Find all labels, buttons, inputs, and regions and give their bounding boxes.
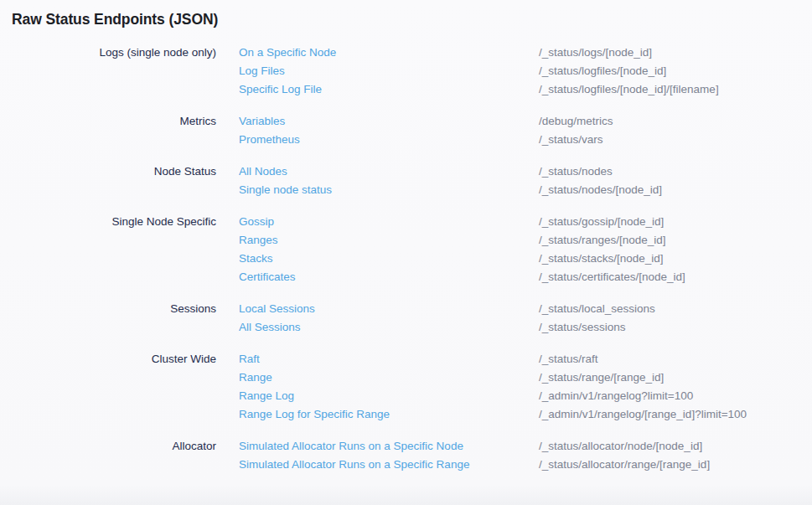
endpoint-path: /_status/logs/[node_id]: [539, 44, 652, 62]
section-rows: Simulated Allocator Runs on a Specific N…: [239, 437, 812, 474]
section-rows: All Nodes/_status/nodesSingle node statu…: [239, 162, 812, 199]
endpoint-path: /_status/nodes/[node_id]: [539, 181, 662, 199]
endpoint-row: Gossip/_status/gossip/[node_id]: [239, 213, 812, 231]
endpoint-link[interactable]: Certificates: [239, 268, 539, 286]
endpoint-path: /_admin/v1/rangelog?limit=100: [539, 387, 693, 405]
section-rows: On a Specific Node/_status/logs/[node_id…: [239, 44, 812, 99]
endpoint-section: Logs (single node only)On a Specific Nod…: [0, 44, 812, 99]
endpoint-path: /_status/nodes: [539, 162, 613, 181]
endpoint-section: Single Node SpecificGossip/_status/gossi…: [0, 213, 812, 286]
endpoint-link[interactable]: Local Sessions: [239, 300, 539, 318]
endpoint-link[interactable]: Range Log: [239, 387, 539, 405]
endpoint-link[interactable]: Simulated Allocator Runs on a Specific N…: [239, 437, 539, 456]
endpoint-row: Prometheus/_status/vars: [239, 131, 812, 149]
endpoint-link[interactable]: Gossip: [239, 213, 539, 231]
endpoint-row: Raft/_status/raft: [239, 350, 812, 368]
section-category: Logs (single node only): [0, 44, 216, 62]
endpoint-path: /debug/metrics: [539, 112, 613, 131]
endpoint-path: /_status/logfiles/[node_id]/[filename]: [539, 80, 719, 99]
endpoint-row: Stacks/_status/stacks/[node_id]: [239, 250, 812, 268]
section-category: Metrics: [0, 112, 216, 131]
endpoint-path: /_status/local_sessions: [539, 300, 655, 318]
endpoint-path: /_status/sessions: [539, 318, 626, 337]
endpoint-section: AllocatorSimulated Allocator Runs on a S…: [0, 437, 812, 474]
endpoint-row: Log Files/_status/logfiles/[node_id]: [239, 62, 812, 80]
endpoint-row: Single node status/_status/nodes/[node_i…: [239, 181, 812, 199]
section-rows: Raft/_status/raftRange/_status/range/[ra…: [239, 350, 812, 424]
endpoint-link[interactable]: All Sessions: [239, 318, 539, 337]
endpoint-path: /_status/raft: [539, 350, 598, 368]
endpoint-row: All Nodes/_status/nodes: [239, 162, 812, 181]
endpoint-path: /_status/stacks/[node_id]: [539, 250, 664, 268]
endpoint-path: /_status/gossip/[node_id]: [539, 213, 664, 231]
section-rows: Local Sessions/_status/local_sessionsAll…: [239, 300, 812, 337]
endpoint-path: /_status/logfiles/[node_id]: [539, 62, 666, 80]
endpoint-row: Simulated Allocator Runs on a Specific N…: [239, 437, 812, 456]
endpoint-link[interactable]: Ranges: [239, 231, 539, 250]
endpoint-link[interactable]: All Nodes: [239, 162, 539, 181]
section-category: Single Node Specific: [0, 213, 216, 231]
endpoint-link[interactable]: Single node status: [239, 181, 539, 199]
endpoint-path: /_status/certificates/[node_id]: [539, 268, 685, 286]
endpoint-row: Range Log for Specific Range/_admin/v1/r…: [239, 405, 812, 424]
endpoint-row: Certificates/_status/certificates/[node_…: [239, 268, 812, 286]
endpoint-link[interactable]: Range Log for Specific Range: [239, 405, 539, 424]
endpoint-row: Ranges/_status/ranges/[node_id]: [239, 231, 812, 250]
section-category: Sessions: [0, 300, 216, 318]
endpoint-path: /_status/vars: [539, 131, 603, 149]
endpoint-link[interactable]: Prometheus: [239, 131, 539, 149]
section-category: Node Status: [0, 162, 216, 181]
endpoint-link[interactable]: Raft: [239, 350, 539, 368]
endpoint-path: /_status/allocator/range/[range_id]: [539, 456, 710, 474]
endpoint-path: /_status/range/[range_id]: [539, 368, 664, 387]
endpoint-link[interactable]: Variables: [239, 112, 539, 131]
endpoint-row: On a Specific Node/_status/logs/[node_id…: [239, 44, 812, 62]
endpoint-link[interactable]: On a Specific Node: [239, 44, 539, 62]
endpoint-link[interactable]: Simulated Allocator Runs on a Specific R…: [239, 456, 539, 474]
section-category: Allocator: [0, 437, 216, 456]
section-rows: Variables/debug/metricsPrometheus/_statu…: [239, 112, 812, 149]
endpoint-section: Node StatusAll Nodes/_status/nodesSingle…: [0, 162, 812, 199]
endpoint-row: Specific Log File/_status/logfiles/[node…: [239, 80, 812, 99]
endpoint-path: /_status/allocator/node/[node_id]: [539, 437, 702, 456]
section-rows: Gossip/_status/gossip/[node_id]Ranges/_s…: [239, 213, 812, 286]
endpoint-link[interactable]: Specific Log File: [239, 80, 539, 99]
section-category: Cluster Wide: [0, 350, 216, 368]
endpoint-section: Cluster WideRaft/_status/raftRange/_stat…: [0, 350, 812, 424]
endpoint-section: SessionsLocal Sessions/_status/local_ses…: [0, 300, 812, 337]
endpoint-row: All Sessions/_status/sessions: [239, 318, 812, 337]
endpoint-section: MetricsVariables/debug/metricsPrometheus…: [0, 112, 812, 149]
endpoint-row: Local Sessions/_status/local_sessions: [239, 300, 812, 318]
endpoint-row: Range Log/_admin/v1/rangelog?limit=100: [239, 387, 812, 405]
endpoint-row: Range/_status/range/[range_id]: [239, 368, 812, 387]
endpoint-link[interactable]: Log Files: [239, 62, 539, 80]
endpoint-link[interactable]: Stacks: [239, 250, 539, 268]
endpoint-row: Simulated Allocator Runs on a Specific R…: [239, 456, 812, 474]
raw-status-endpoints-page: Raw Status Endpoints (JSON) Logs (single…: [0, 0, 812, 505]
endpoint-row: Variables/debug/metrics: [239, 112, 812, 131]
endpoint-link[interactable]: Range: [239, 368, 539, 387]
endpoint-path: /_admin/v1/rangelog/[range_id]?limit=100: [539, 405, 747, 424]
page-title: Raw Status Endpoints (JSON): [0, 11, 812, 28]
endpoint-path: /_status/ranges/[node_id]: [539, 231, 666, 250]
endpoint-sections: Logs (single node only)On a Specific Nod…: [0, 44, 812, 474]
